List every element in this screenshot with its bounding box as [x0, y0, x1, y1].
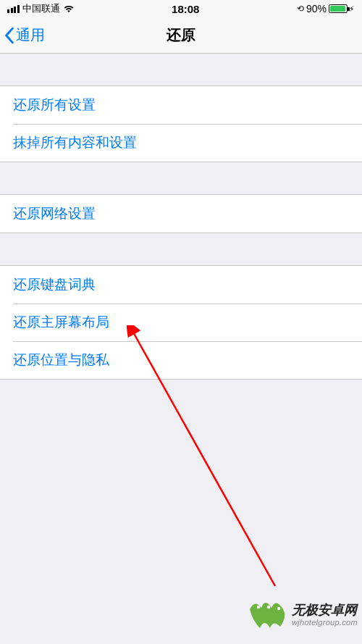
status-left: 中国联通	[7, 2, 75, 15]
section-gap	[0, 54, 362, 85]
svg-point-2	[257, 606, 260, 609]
section-gap	[0, 162, 362, 194]
section-gap	[0, 233, 362, 265]
watermark: 无极安卓网 wjhotelgroup.com	[250, 599, 358, 631]
page-title: 还原	[0, 25, 362, 45]
carrier-label: 中国联通	[22, 2, 60, 15]
watermark-url: wjhotelgroup.com	[292, 618, 358, 627]
reset-location-privacy[interactable]: 还原位置与隐私	[0, 341, 362, 379]
battery-percent: 90%	[306, 3, 327, 14]
chevron-left-icon	[4, 28, 14, 43]
back-label: 通用	[16, 25, 45, 45]
reset-group-2: 还原网络设置	[0, 194, 362, 233]
svg-point-4	[277, 607, 280, 610]
back-button[interactable]: 通用	[0, 25, 45, 45]
nav-bar: 通用 还原	[0, 17, 362, 54]
reset-group-3: 还原键盘词典 还原主屏幕布局 还原位置与隐私	[0, 265, 362, 380]
charging-icon: ⚡︎	[349, 4, 355, 14]
wifi-icon	[63, 4, 75, 13]
watermark-title: 无极安卓网	[292, 603, 358, 618]
status-time: 18:08	[172, 3, 199, 15]
erase-all-content[interactable]: 抹掉所有内容和设置	[0, 124, 362, 162]
signal-icon	[7, 5, 20, 13]
reset-all-settings[interactable]: 还原所有设置	[0, 86, 362, 124]
battery-icon	[329, 4, 348, 13]
svg-point-3	[267, 606, 270, 609]
status-right: ⟲ 90% ⚡︎	[297, 3, 355, 14]
reset-network-settings[interactable]: 还原网络设置	[0, 195, 362, 233]
reset-home-screen-layout[interactable]: 还原主屏幕布局	[0, 304, 362, 341]
watermark-logo-icon	[250, 599, 287, 631]
reset-keyboard-dictionary[interactable]: 还原键盘词典	[0, 266, 362, 304]
orientation-lock-icon: ⟲	[297, 4, 304, 14]
status-bar: 中国联通 18:08 ⟲ 90% ⚡︎	[0, 0, 362, 17]
reset-group-1: 还原所有设置 抹掉所有内容和设置	[0, 85, 362, 162]
